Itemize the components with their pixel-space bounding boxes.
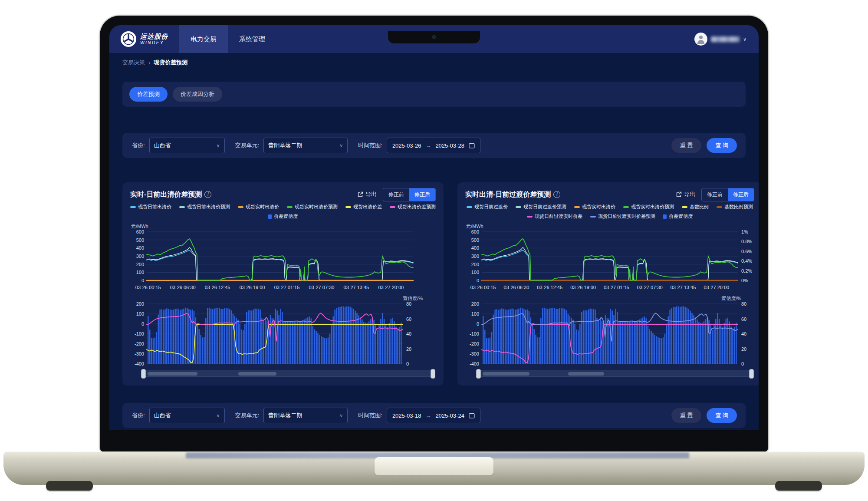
chevron-down-icon: ∨ — [743, 36, 746, 42]
nav-item-system-management[interactable]: 系统管理 — [228, 25, 276, 53]
svg-text:500: 500 — [471, 237, 479, 243]
svg-text:03-27 13:45: 03-27 13:45 — [344, 285, 369, 290]
info-icon[interactable]: i — [553, 191, 560, 198]
datazoom-scrollbar[interactable] — [477, 370, 753, 377]
before-correction-button[interactable]: 修正前 — [383, 188, 409, 201]
username-redacted — [711, 36, 740, 42]
trading-unit-label: 交易单元: — [235, 142, 260, 149]
legend-item[interactable]: 价差置信度 — [663, 213, 693, 220]
svg-text:300: 300 — [471, 254, 479, 259]
reset-button[interactable]: 重 置 — [671, 408, 702, 423]
svg-text:0: 0 — [741, 361, 744, 366]
y-axis-unit: 元/MWh — [131, 223, 148, 229]
datazoom-scrollbar[interactable] — [141, 370, 435, 377]
legend-swatch — [467, 206, 472, 208]
legend-swatch — [345, 206, 351, 208]
start-date: 2025-03-26 — [392, 142, 421, 149]
legend-item[interactable]: 现货日前出清价预测 — [179, 204, 230, 210]
export-button[interactable]: 导出 — [676, 191, 695, 198]
breadcrumb-parent[interactable]: 交易决策 — [122, 59, 145, 66]
export-button[interactable]: 导出 — [357, 191, 377, 198]
info-icon[interactable]: i — [204, 191, 211, 198]
svg-text:40: 40 — [406, 331, 411, 336]
datazoom-handle-left[interactable] — [476, 369, 481, 379]
datazoom-handle-right[interactable] — [431, 369, 435, 379]
legend: 现货日前过渡价现货日前过渡价预测现货实时出清价现货实时出清价预测基数比例基数比例… — [465, 204, 754, 220]
svg-text:80: 80 — [741, 301, 746, 307]
province-select[interactable]: 山西省∨ — [149, 138, 225, 153]
svg-text:-400: -400 — [470, 361, 479, 366]
price-line-chart: 60050040030020010001%0.8%0.6%0.4%0.2%0%0… — [465, 229, 754, 294]
legend-item[interactable]: 现货日前出清价 — [130, 204, 171, 210]
before-correction-button[interactable]: 修正前 — [702, 188, 728, 201]
legend-item[interactable]: 现货出清价差 — [345, 204, 382, 210]
datazoom-handle-right[interactable] — [749, 369, 754, 379]
app-window: 运达股份 WINDEY 电力交易 系统管理 ∨ 交易决策 › 现货价差预测 价差 — [109, 25, 759, 430]
legend-swatch — [623, 206, 629, 208]
nav-item-power-trading[interactable]: 电力交易 — [179, 25, 228, 53]
legend-item[interactable]: 现货实时出清价 — [574, 204, 615, 210]
legend-swatch — [516, 206, 521, 208]
after-correction-button[interactable]: 修正后 — [728, 188, 754, 201]
legend-item[interactable]: 现货日前过渡实时价差 — [527, 213, 582, 220]
chevron-down-icon: ∨ — [217, 413, 220, 419]
legend-swatch — [238, 206, 243, 208]
brand-name: 运达股份 WINDEY — [140, 33, 168, 45]
legend-swatch — [390, 206, 395, 208]
svg-text:-200: -200 — [135, 341, 144, 346]
svg-text:0%: 0% — [741, 278, 748, 283]
camera-notch — [388, 31, 480, 43]
legend-item[interactable]: 现货日前过渡价 — [467, 204, 508, 210]
confidence-axis-title: 置信度/% — [721, 295, 741, 301]
date-range-picker[interactable]: 2025-03-26 → 2025-03-28 — [387, 138, 480, 153]
legend-item[interactable]: 基数比例 — [682, 204, 709, 210]
breadcrumb-current: 现货价差预测 — [154, 59, 187, 66]
province-select[interactable]: 山西省∨ — [149, 408, 225, 423]
price-diff-bar-chart: 2001000-100-200-300-400806040200 — [130, 301, 436, 366]
svg-text:03-27 01:15: 03-27 01:15 — [604, 285, 629, 290]
query-button[interactable]: 查 询 — [707, 408, 737, 423]
svg-text:80: 80 — [406, 301, 411, 307]
legend-swatch — [268, 214, 272, 219]
trading-unit-select[interactable]: 昔阳皋落二期∨ — [263, 408, 348, 423]
svg-text:03-27 20:00: 03-27 20:00 — [378, 285, 404, 290]
tab-price-diff-forecast[interactable]: 价差预测 — [129, 87, 168, 102]
chevron-down-icon: ∨ — [217, 143, 220, 148]
legend-swatch — [663, 214, 667, 219]
legend-item[interactable]: 现货实时出清价预测 — [623, 204, 674, 210]
brand-logo[interactable]: 运达股份 WINDEY — [109, 31, 179, 47]
svg-text:0: 0 — [141, 278, 144, 283]
trading-unit-select[interactable]: 昔阳皋落二期∨ — [263, 138, 348, 153]
svg-text:0: 0 — [477, 278, 479, 283]
legend-item[interactable]: 现货日前过渡实时价差预测 — [590, 213, 655, 220]
legend-swatch — [574, 206, 580, 208]
svg-text:200: 200 — [136, 262, 144, 267]
legend-swatch — [717, 206, 722, 208]
filter-bar-top: 省份: 山西省∨ 交易单元: 昔阳皋落二期∨ 时间范围: 2025-03-26 … — [122, 133, 746, 158]
date-range-picker[interactable]: 2025-03-18 → 2025-03-24 — [387, 408, 480, 423]
laptop-foot — [775, 481, 822, 491]
query-button[interactable]: 查 询 — [707, 138, 737, 153]
svg-text:03-27 07:30: 03-27 07:30 — [637, 285, 663, 290]
svg-text:03-26 06:30: 03-26 06:30 — [504, 285, 529, 290]
svg-text:0: 0 — [477, 321, 479, 326]
datazoom-handle-left[interactable] — [141, 369, 146, 379]
legend-item[interactable]: 现货实时出清价预测 — [287, 204, 338, 210]
after-correction-button[interactable]: 修正后 — [409, 188, 435, 201]
svg-text:-400: -400 — [135, 361, 144, 366]
legend-item[interactable]: 现货出清价差预测 — [390, 204, 436, 210]
tab-price-diff-cause-analysis[interactable]: 价差成因分析 — [173, 87, 222, 102]
legend-item[interactable]: 现货日前过渡价预测 — [516, 204, 566, 210]
svg-text:400: 400 — [471, 245, 479, 250]
svg-text:03-26 12:45: 03-26 12:45 — [537, 285, 562, 290]
svg-text:20: 20 — [741, 346, 746, 352]
legend-item[interactable]: 价差置信度 — [268, 213, 298, 220]
user-menu[interactable]: ∨ — [694, 33, 759, 46]
svg-text:03-27 07:30: 03-27 07:30 — [309, 285, 335, 290]
chevron-down-icon: ∨ — [339, 413, 343, 419]
reset-button[interactable]: 重 置 — [671, 138, 702, 153]
legend-item[interactable]: 现货实时出清价 — [238, 204, 279, 210]
time-range-label: 时间范围: — [358, 412, 382, 419]
legend-swatch — [287, 206, 293, 208]
legend-item[interactable]: 基数比例预测 — [717, 204, 753, 210]
